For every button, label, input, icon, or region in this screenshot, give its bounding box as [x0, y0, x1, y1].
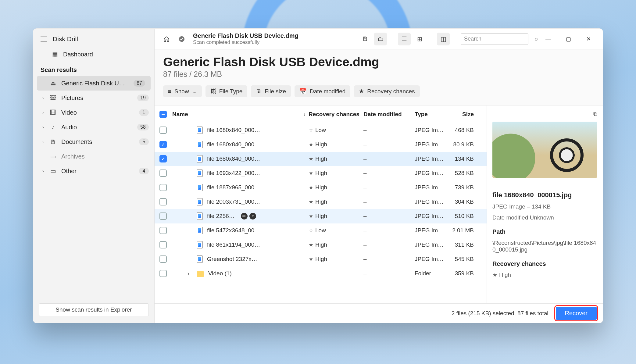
row-checkbox[interactable]: [159, 141, 167, 148]
file-icon[interactable]: 🗎: [359, 33, 372, 45]
column-name[interactable]: Name: [172, 111, 188, 118]
window-close[interactable]: ✕: [580, 33, 597, 45]
filter-show[interactable]: ≡Show⌄: [163, 85, 202, 97]
file-name: file 1680x840_000…: [207, 155, 260, 162]
file-icon: [197, 198, 203, 205]
date-cell: –: [363, 155, 415, 162]
column-recovery[interactable]: Recovery chances: [309, 111, 363, 118]
row-checkbox[interactable]: [159, 270, 167, 277]
hash-icon[interactable]: #: [249, 213, 256, 219]
file-name: file 1887x965_000…: [207, 184, 260, 191]
main: Generic Flash Disk USB Device.dmg Scan c…: [155, 29, 603, 323]
date-cell: –: [363, 141, 415, 148]
date-cell: –: [363, 256, 415, 262]
file-icon: [197, 255, 203, 263]
date-cell: –: [363, 127, 415, 134]
table-row[interactable]: file 1680x840_000…☆Low–JPEG Im…468 KB: [155, 123, 487, 137]
recovery-cell: ★High: [309, 170, 363, 177]
recover-button[interactable]: Recover: [556, 307, 597, 320]
column-type[interactable]: Type: [415, 111, 448, 118]
file-table: Name↓ Recovery chances Date modified Typ…: [155, 105, 487, 303]
window-minimize[interactable]: —: [539, 33, 557, 45]
row-checkbox[interactable]: [159, 170, 167, 177]
star-icon: ★: [359, 88, 364, 95]
sidebar-item-badge: 87: [134, 80, 145, 87]
type-cell: JPEG Im…: [415, 184, 448, 191]
app-title: Disk Drill: [53, 35, 78, 43]
sidebar-section-title: Scan results: [33, 62, 154, 76]
column-size[interactable]: Size: [448, 111, 482, 118]
column-date[interactable]: Date modified: [363, 111, 415, 118]
sidebar-item-documents[interactable]: ›🗎Documents5: [33, 134, 154, 149]
row-checkbox[interactable]: [159, 255, 167, 263]
recovery-cell: ☆Low: [309, 127, 363, 134]
drive-icon: ⏏: [50, 80, 56, 87]
open-external-icon[interactable]: ⧉: [593, 111, 597, 117]
select-all-checkbox[interactable]: [159, 111, 167, 118]
file-icon: [197, 184, 203, 191]
table-row[interactable]: file 1887x965_000…★High–JPEG Im…739 KB: [155, 180, 487, 195]
sidebar-item-label: Other: [61, 168, 134, 175]
grid-view-icon[interactable]: ⊞: [413, 33, 426, 45]
window-maximize[interactable]: ▢: [559, 33, 577, 45]
size-cell: 304 KB: [448, 198, 482, 205]
recovery-cell: ★High: [309, 198, 363, 205]
folder-icon[interactable]: 🗀: [374, 33, 387, 45]
row-checkbox[interactable]: [159, 184, 167, 191]
table-row[interactable]: file 861x1194_000…★High–JPEG Im…311 KB: [155, 238, 487, 252]
search-field[interactable]: [464, 36, 535, 42]
file-name: Greenshot 2327x…: [207, 256, 257, 262]
archive-icon: ▭: [50, 153, 56, 160]
row-checkbox[interactable]: [159, 227, 167, 234]
date-cell: –: [363, 270, 415, 277]
row-checkbox[interactable]: [159, 155, 167, 162]
type-cell: JPEG Im…: [415, 170, 448, 177]
sidebar-dashboard[interactable]: ▦ Dashboard: [33, 47, 154, 62]
size-cell: 2.01 MB: [448, 227, 482, 234]
row-checkbox[interactable]: [159, 198, 167, 205]
sidebar-item-generic-flash-disk-usb-d-[interactable]: ⏏Generic Flash Disk USB D…87: [37, 76, 151, 91]
file-name: file 1680x840_000…: [207, 127, 260, 134]
size-cell: 510 KB: [448, 213, 482, 219]
chevron-right-icon: ›: [42, 110, 44, 115]
menu-icon[interactable]: [41, 37, 47, 41]
list-view-icon[interactable]: ☰: [398, 33, 411, 45]
preview-eye-icon[interactable]: 👁: [241, 213, 248, 219]
filter-recovery-chances[interactable]: ★Recovery chances: [354, 85, 420, 97]
table-row[interactable]: file 2256…👁#★High–JPEG Im…510 KB: [155, 209, 487, 223]
date-cell: –: [363, 184, 415, 191]
sidebar-item-audio[interactable]: ›♪Audio58: [33, 120, 154, 134]
table-row[interactable]: file 5472x3648_00…☆Low–JPEG Im…2.01 MB: [155, 223, 487, 238]
chevron-right-icon[interactable]: ›: [188, 270, 189, 277]
table-row[interactable]: file 1680x840_000…★High–JPEG Im…80.9 KB: [155, 137, 487, 152]
star-icon: ☆: [309, 227, 313, 234]
row-checkbox[interactable]: [159, 212, 167, 220]
star-icon: ★: [309, 256, 313, 262]
home-icon[interactable]: [160, 33, 173, 45]
table-row[interactable]: Greenshot 2327x…★High–JPEG Im…545 KB: [155, 252, 487, 266]
row-checkbox[interactable]: [159, 241, 167, 248]
recovery-cell: ★High: [309, 256, 363, 262]
type-cell: JPEG Im…: [415, 155, 448, 162]
row-checkbox[interactable]: [159, 127, 167, 134]
file-icon: [197, 155, 203, 162]
sidebar-item-other[interactable]: ›▭Other4: [33, 164, 154, 178]
filter-date-modified[interactable]: 📅Date modified: [295, 85, 350, 97]
star-icon: ★: [309, 184, 313, 191]
filter-file-type[interactable]: 🖼File Type: [205, 85, 248, 97]
sidebar-item-pictures[interactable]: ›🖼Pictures19: [33, 91, 154, 105]
sidebar-item-video[interactable]: ›🎞Video1: [33, 105, 154, 120]
table-row[interactable]: file 1693x422_000…★High–JPEG Im…528 KB: [155, 166, 487, 180]
filter-file-size[interactable]: 🗎File size: [251, 85, 291, 97]
breadcrumb-subtitle: Scan completed successfully: [193, 39, 298, 45]
file-name: file 5472x3648_00…: [207, 227, 260, 234]
panel-toggle-icon[interactable]: ◫: [437, 33, 450, 45]
table-row[interactable]: file 2003x731_000…★High–JPEG Im…304 KB: [155, 195, 487, 209]
date-cell: –: [363, 241, 415, 248]
table-row[interactable]: ›Video (1)–Folder359 KB: [155, 266, 487, 281]
show-in-explorer-button[interactable]: Show scan results in Explorer: [39, 303, 149, 316]
search-input[interactable]: ⌕: [461, 33, 528, 45]
file-name: file 1680x840_000…: [207, 141, 260, 148]
table-row[interactable]: file 1680x840_000…★High–JPEG Im…134 KB: [155, 152, 487, 166]
status-check-icon: [175, 33, 188, 45]
